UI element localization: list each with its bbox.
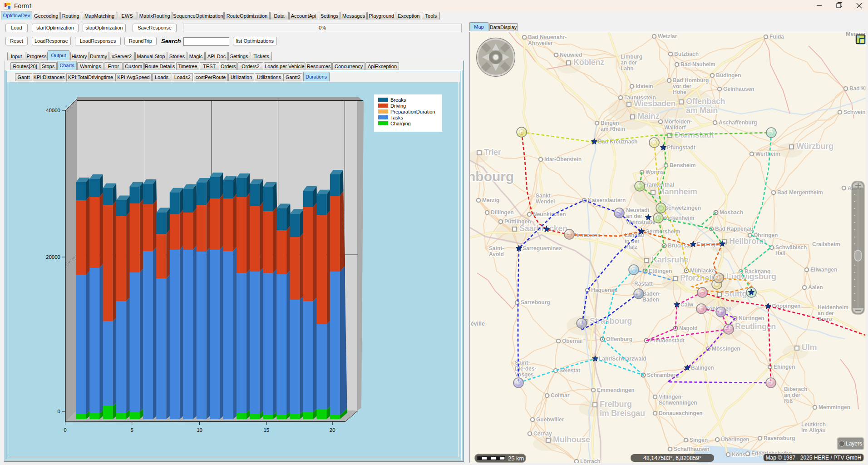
svg-text:Wendel: Wendel: [536, 198, 555, 205]
svg-text:Aschaffenburg: Aschaffenburg: [719, 119, 757, 126]
svg-text:Karlsruhe: Karlsruhe: [651, 255, 689, 264]
svg-text:Schweinfurt: Schweinfurt: [843, 109, 866, 115]
svg-text:Mainz: Mainz: [637, 112, 660, 121]
svg-text:20000: 20000: [46, 254, 60, 260]
svg-text:Biberach: Biberach: [784, 386, 807, 392]
svg-text:Mulhouse: Mulhouse: [553, 435, 590, 444]
svg-text:Cernay: Cernay: [533, 430, 552, 437]
svg-text:Strasbourg: Strasbourg: [590, 317, 632, 326]
svg-text:Sarrebourg: Sarrebourg: [521, 299, 550, 306]
svg-text:Wertheim: Wertheim: [755, 151, 780, 157]
svg-text:Baden: Baden: [642, 297, 659, 303]
svg-text:Balingen: Balingen: [691, 365, 714, 371]
svg-text:Schwenningen: Schwenningen: [659, 400, 697, 406]
svg-text:Bingen: Bingen: [601, 120, 619, 126]
svg-text:Emmendingen: Emmendingen: [597, 387, 635, 393]
svg-text:Ahrweiler: Ahrweiler: [528, 40, 553, 46]
svg-text:Guebwiller: Guebwiller: [536, 416, 564, 423]
svg-text:Dillingen: Dillingen: [491, 209, 514, 216]
svg-text:Leutkirch: Leutkirch: [801, 421, 826, 428]
svg-text:Butzbach: Butzbach: [674, 51, 699, 57]
svg-text:Sankt: Sankt: [536, 193, 551, 199]
svg-text:Reutlingen: Reutlingen: [735, 322, 776, 331]
svg-text:Saint-: Saint-: [489, 245, 504, 252]
svg-text:48,147583°, 6,820859°: 48,147583°, 6,820859°: [643, 455, 701, 461]
svg-text:Driving: Driving: [390, 103, 406, 109]
svg-text:Wetzlar: Wetzlar: [658, 33, 677, 40]
svg-text:Walldorf: Walldorf: [664, 124, 686, 131]
svg-text:Riß: Riß: [784, 398, 793, 404]
svg-text:Mannheim: Mannheim: [658, 187, 697, 196]
svg-text:Memmingen: Memmingen: [819, 404, 850, 411]
svg-text:Ettlingen: Ettlingen: [649, 268, 672, 274]
svg-text:Worms: Worms: [646, 169, 664, 175]
svg-text:am Main: am Main: [686, 106, 718, 115]
svg-text:Göppingen: Göppingen: [772, 303, 800, 309]
svg-text:Mössingen: Mössingen: [712, 346, 740, 352]
svg-text:Donaueschingen: Donaueschingen: [659, 410, 703, 416]
svg-text:Bad Nauheim: Bad Nauheim: [681, 61, 715, 68]
svg-text:40000: 40000: [46, 108, 60, 113]
svg-text:Neuwied: Neuwied: [560, 52, 582, 58]
svg-text:Mörfelden-: Mörfelden-: [664, 119, 692, 125]
svg-text:Rastatt: Rastatt: [634, 281, 653, 287]
svg-text:Limburg: Limburg: [621, 54, 642, 60]
svg-text:Mosbach: Mosbach: [720, 209, 743, 216]
svg-text:Schwetzingen: Schwetzingen: [665, 205, 701, 211]
svg-text:25 km: 25 km: [508, 455, 524, 462]
svg-text:0: 0: [64, 427, 66, 433]
svg-text:Heidenheim: Heidenheim: [818, 304, 848, 311]
svg-text:5: 5: [130, 427, 133, 433]
svg-text:Singen: Singen: [690, 437, 708, 443]
svg-text:Merzig: Merzig: [482, 197, 499, 203]
svg-text:Colmar: Colmar: [551, 392, 570, 399]
svg-text:Saint-: Saint-: [515, 360, 530, 366]
svg-text:Höhe: Höhe: [673, 89, 686, 95]
svg-text:Bad Kissingen: Bad Kissingen: [849, 85, 866, 92]
svg-text:Crailsheim: Crailsheim: [812, 241, 840, 247]
svg-text:Bruchsal: Bruchsal: [668, 242, 691, 249]
svg-text:Bad Neuenahr-: Bad Neuenahr-: [528, 34, 567, 40]
svg-text:Neustadt: Neustadt: [626, 207, 649, 213]
svg-text:Vosges: Vosges: [515, 371, 534, 378]
svg-text:Lörrach: Lörrach: [580, 458, 601, 463]
svg-text:20: 20: [330, 427, 335, 433]
svg-text:an der: an der: [621, 59, 637, 66]
svg-text:am Rhein: am Rhein: [601, 126, 625, 132]
svg-text:Trier: Trier: [484, 148, 501, 157]
svg-text:im Allgäu: im Allgäu: [801, 427, 826, 434]
svg-text:Mühlacker: Mühlacker: [690, 267, 717, 274]
svg-text:Nürtingen: Nürtingen: [739, 315, 764, 322]
svg-text:Würzburg: Würzburg: [796, 142, 833, 151]
svg-text:Büdingen: Büdingen: [716, 72, 741, 79]
svg-text:Lahn: Lahn: [621, 65, 634, 72]
svg-text:Offenbach: Offenbach: [686, 97, 725, 106]
svg-text:Bad Homburg: Bad Homburg: [673, 77, 709, 84]
svg-text:Pfalz: Pfalz: [625, 244, 637, 250]
svg-text:Obernai: Obernai: [562, 338, 582, 344]
svg-text:Aalen: Aalen: [808, 284, 823, 291]
svg-text:Charging: Charging: [390, 121, 411, 126]
svg-text:Wiesbaden: Wiesbaden: [634, 99, 676, 108]
svg-text:Überlingen: Überlingen: [721, 436, 750, 443]
svg-text:Freudenstadt: Freudenstadt: [650, 337, 685, 344]
svg-text:Kaiserslautern: Kaiserslautern: [588, 197, 626, 203]
svg-text:Weinstraße: Weinstraße: [626, 219, 656, 225]
svg-text:Idar-Oberstein: Idar-Oberstein: [544, 156, 582, 163]
svg-text:Offenburg: Offenburg: [606, 336, 632, 342]
svg-text:an der: an der: [784, 392, 800, 398]
svg-text:Breaks: Breaks: [390, 97, 406, 103]
svg-text:an der: an der: [818, 310, 834, 317]
svg-text:an der: an der: [626, 213, 642, 219]
svg-text:PreparationDuration: PreparationDuration: [390, 109, 435, 114]
svg-text:Tasks: Tasks: [390, 115, 404, 120]
svg-text:Gelnhausen: Gelnhausen: [723, 86, 755, 92]
svg-text:15: 15: [263, 427, 269, 433]
svg-text:Brenz: Brenz: [818, 316, 833, 322]
svg-text:0: 0: [58, 409, 60, 414]
svg-text:néville: néville: [470, 321, 485, 327]
svg-text:Sarreguemines: Sarreguemines: [523, 245, 562, 252]
svg-text:Idstein: Idstein: [636, 83, 653, 89]
svg-text:Baden-: Baden-: [642, 291, 661, 297]
svg-text:Nagold: Nagold: [679, 325, 698, 331]
